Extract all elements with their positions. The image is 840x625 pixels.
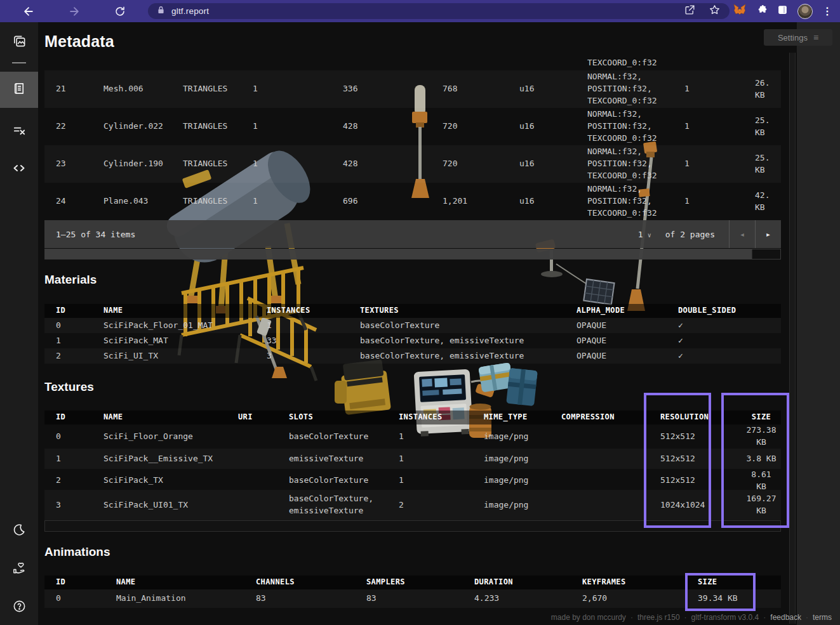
cell-size: 26. KB	[746, 77, 781, 102]
sidebar-item-dark-mode[interactable]	[0, 513, 38, 549]
cell-name: Plane.043	[103, 195, 183, 207]
menu-lines-icon: ≡	[813, 32, 818, 43]
extensions-puzzle-icon[interactable]	[756, 4, 768, 18]
next-page-icon: ▸	[766, 229, 771, 239]
annotation-box-resolution	[644, 393, 711, 528]
horizontal-scrollbar[interactable]	[44, 249, 781, 260]
share-icon[interactable]	[684, 4, 696, 18]
cell-size: 42. KB	[746, 190, 781, 214]
table-row[interactable]: 24 Plane.043 TRIANGLES 1 696 1,201 u16 N…	[44, 183, 781, 220]
url-bar[interactable]: gltf.report	[148, 3, 730, 19]
col-header-alpha-mode: ALPHA_MODE	[577, 305, 678, 316]
sidebar-item-report[interactable]	[0, 72, 38, 108]
table-row[interactable]: 22 Cylinder.022 TRIANGLES 1 428 720 u16 …	[44, 108, 781, 145]
help-circle-icon	[12, 599, 27, 616]
forward-icon[interactable]	[63, 0, 85, 22]
col-header-name: NAME	[103, 412, 238, 423]
cell-vertices: 336	[343, 83, 443, 95]
cell-slots: baseColorTexture, emissiveTexture	[289, 493, 399, 517]
sidebar-divider	[12, 62, 26, 63]
cell-id: 2	[44, 350, 103, 362]
scrollbar-thumb[interactable]	[45, 249, 752, 259]
bookmark-star-icon[interactable]	[709, 4, 721, 18]
cell-id: 0	[44, 320, 103, 332]
cell-slots: baseColorTexture	[289, 475, 399, 487]
vertical-scrollbar[interactable]	[789, 53, 796, 624]
footer-threejs: three.js r150	[637, 613, 680, 622]
cell-instances: 2	[399, 499, 484, 511]
reload-icon[interactable]	[109, 0, 131, 22]
cell-id: 22	[44, 121, 103, 133]
col-header-name: NAME	[116, 577, 256, 588]
table-row-partial[interactable]: TEXCOORD_0:f32	[44, 54, 781, 70]
prev-page-button[interactable]: ◂	[729, 220, 755, 248]
dot-separator: ·	[630, 613, 633, 622]
cell-id: 3	[44, 499, 103, 511]
cell-indices: 1,201	[443, 195, 519, 207]
footer-feedback-link[interactable]: feedback	[770, 613, 801, 622]
table-row[interactable]: 1 SciFiPack_MAT 33 baseColorTexture, emi…	[44, 333, 781, 348]
col-header-duration: DURATION	[474, 577, 582, 588]
sidebar-item-help[interactable]	[0, 589, 38, 625]
page-select[interactable]: 1	[638, 230, 643, 239]
col-header-channels: CHANNELS	[256, 577, 366, 588]
footer-terms-link[interactable]: terms	[813, 613, 832, 622]
prev-page-icon: ◂	[740, 229, 745, 239]
cell-size: 25. KB	[746, 115, 781, 139]
table-header-row: ID NAME INSTANCES TEXTURES ALPHA_MODE DO…	[44, 304, 781, 318]
sidebar-item-code[interactable]	[0, 152, 38, 187]
cell-attributes: TEXCOORD_0:f32	[587, 54, 684, 69]
cell-mode: TRIANGLES	[183, 83, 253, 95]
table-row[interactable]: 0 SciFiPack_Floor_01_MAT 1 baseColorText…	[44, 318, 781, 333]
sidebar-item-viewer[interactable]	[0, 24, 38, 60]
col-header-textures: TEXTURES	[360, 305, 577, 316]
next-page-button[interactable]: ▸	[755, 220, 781, 248]
cell-mode: TRIANGLES	[183, 158, 253, 170]
sidebar-item-validation[interactable]	[0, 114, 38, 149]
cell-double-sided-check: ✓	[678, 350, 781, 362]
cell-mime-type: image/png	[484, 475, 561, 487]
annotation-box-animation-size	[685, 573, 756, 611]
table-row[interactable]: 0 Main_Animation 83 83 4.233 2,670 39.34…	[44, 589, 781, 608]
cell-keyframes: 2,670	[582, 593, 698, 605]
cell-primitives: 1	[253, 83, 343, 95]
cell-size: 25. KB	[746, 152, 781, 176]
dot-separator: ·	[763, 613, 766, 622]
footer-credits: made by don mccurdy · three.js r150 · gl…	[551, 613, 832, 622]
col-header-id: ID	[44, 305, 103, 316]
cell-name: Cylinder.022	[103, 121, 183, 133]
table-row[interactable]: 2 SciFi_UI_TX 3 baseColorTexture, emissi…	[44, 348, 781, 364]
col-header-id: ID	[44, 412, 103, 423]
pagination-bar: 1–25 of 34 items 1 ∨ of 2 pages ◂ ▸	[44, 220, 781, 248]
cell-alpha-mode: OPAQUE	[577, 320, 678, 332]
cell-alpha-mode: OPAQUE	[577, 335, 678, 347]
cell-instances: 33	[267, 335, 360, 347]
table-row[interactable]: 23 Cylinder.190 TRIANGLES 1 428 720 u16 …	[44, 145, 781, 183]
kebab-menu-icon[interactable]: ⋮	[822, 5, 832, 17]
cell-name: Main_Animation	[116, 593, 256, 605]
profile-avatar[interactable]	[797, 4, 813, 19]
textures-section-title: Textures	[44, 380, 94, 394]
side-panel-icon[interactable]	[777, 4, 788, 18]
animations-table: ID NAME CHANNELS SAMPLERS DURATION KEYFR…	[44, 576, 781, 608]
back-icon[interactable]	[18, 0, 39, 22]
cell-id: 1	[44, 335, 103, 347]
col-header-id: ID	[44, 577, 116, 588]
pagination-range-label: 1–25 of 34 items	[56, 230, 638, 239]
cell-textures: baseColorTexture, emissiveTexture	[360, 350, 577, 362]
cell-duration: 4.233	[474, 593, 582, 605]
sidebar-item-donate[interactable]	[0, 551, 38, 587]
cell-name: SciFiPack_UI01_TX	[103, 499, 238, 511]
cell-vertices: 696	[343, 195, 443, 207]
animations-section-title: Animations	[44, 545, 110, 559]
table-row[interactable]: 21 Mesh.006 TRIANGLES 1 336 768 u16 NORM…	[44, 70, 781, 108]
cell-instances: 1	[684, 158, 746, 170]
cell-name: Mesh.006	[103, 83, 183, 95]
cell-vertices: 428	[343, 121, 443, 133]
cell-index-type: u16	[519, 83, 587, 95]
metamask-extension-icon[interactable]	[733, 3, 747, 19]
settings-button[interactable]: Settings ≡	[764, 29, 832, 46]
annotation-box-texture-size	[721, 393, 789, 528]
cell-mode: TRIANGLES	[183, 195, 253, 207]
cell-name: SciFiPack__Emissive_TX	[103, 453, 238, 465]
